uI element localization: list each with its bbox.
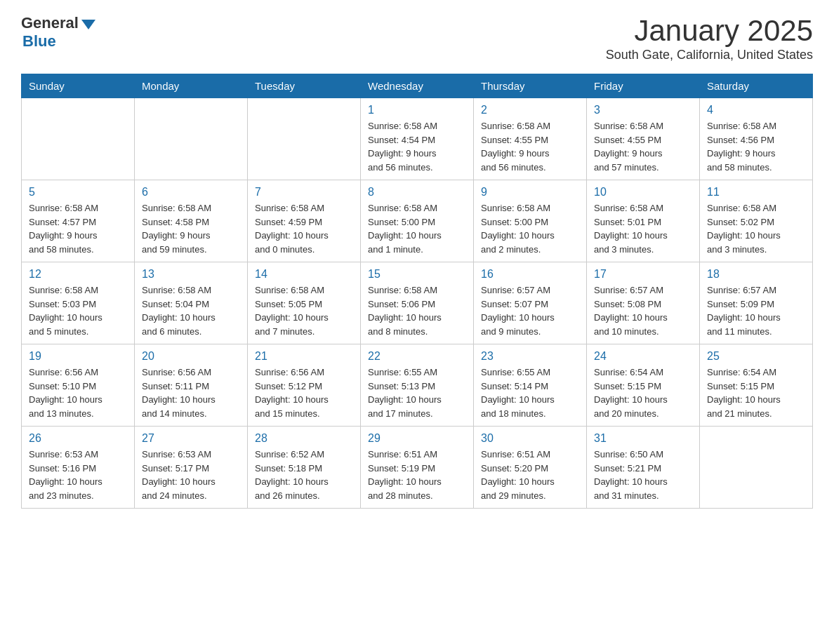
day-of-week-header-tuesday: Tuesday xyxy=(248,74,361,98)
day-number: 7 xyxy=(255,186,353,199)
day-number: 22 xyxy=(368,350,466,363)
day-number: 9 xyxy=(481,186,579,199)
day-info: Sunrise: 6:51 AM Sunset: 5:19 PM Dayligh… xyxy=(368,448,466,502)
calendar-cell: 2Sunrise: 6:58 AM Sunset: 4:55 PM Daylig… xyxy=(474,98,587,180)
day-of-week-header-friday: Friday xyxy=(587,74,700,98)
page-header: General Blue January 2025 South Gate, Ca… xyxy=(21,14,813,62)
day-info: Sunrise: 6:58 AM Sunset: 4:55 PM Dayligh… xyxy=(594,119,692,174)
day-number: 21 xyxy=(255,350,353,363)
day-info: Sunrise: 6:58 AM Sunset: 4:55 PM Dayligh… xyxy=(481,119,579,174)
day-number: 18 xyxy=(707,268,805,281)
calendar-cell: 25Sunrise: 6:54 AM Sunset: 5:15 PM Dayli… xyxy=(700,344,813,427)
calendar-week-row: 26Sunrise: 6:53 AM Sunset: 5:16 PM Dayli… xyxy=(22,427,813,509)
day-info: Sunrise: 6:57 AM Sunset: 5:08 PM Dayligh… xyxy=(594,283,692,338)
logo-general-text: General xyxy=(21,14,79,32)
calendar-cell xyxy=(135,98,248,180)
calendar-cell: 11Sunrise: 6:58 AM Sunset: 5:02 PM Dayli… xyxy=(700,180,813,262)
calendar-cell: 3Sunrise: 6:58 AM Sunset: 4:55 PM Daylig… xyxy=(587,98,700,180)
day-number: 13 xyxy=(142,268,240,281)
month-title: January 2025 xyxy=(606,14,813,48)
day-info: Sunrise: 6:58 AM Sunset: 5:03 PM Dayligh… xyxy=(29,283,127,338)
day-info: Sunrise: 6:53 AM Sunset: 5:16 PM Dayligh… xyxy=(29,448,127,502)
calendar-cell xyxy=(22,98,135,180)
day-number: 20 xyxy=(142,350,240,363)
calendar-cell xyxy=(248,98,361,180)
logo-arrow-icon xyxy=(81,20,95,29)
calendar-cell: 9Sunrise: 6:58 AM Sunset: 5:00 PM Daylig… xyxy=(474,180,587,262)
calendar-cell: 18Sunrise: 6:57 AM Sunset: 5:09 PM Dayli… xyxy=(700,262,813,344)
logo: General Blue xyxy=(21,14,95,51)
calendar-cell: 14Sunrise: 6:58 AM Sunset: 5:05 PM Dayli… xyxy=(248,262,361,344)
day-info: Sunrise: 6:50 AM Sunset: 5:21 PM Dayligh… xyxy=(594,448,692,502)
day-info: Sunrise: 6:56 AM Sunset: 5:11 PM Dayligh… xyxy=(142,365,240,420)
day-number: 15 xyxy=(368,268,466,281)
day-info: Sunrise: 6:57 AM Sunset: 5:09 PM Dayligh… xyxy=(707,283,805,338)
day-info: Sunrise: 6:58 AM Sunset: 5:04 PM Dayligh… xyxy=(142,283,240,338)
day-of-week-header-sunday: Sunday xyxy=(22,74,135,98)
day-number: 6 xyxy=(142,186,240,199)
day-of-week-header-saturday: Saturday xyxy=(700,74,813,98)
calendar-header-row: SundayMondayTuesdayWednesdayThursdayFrid… xyxy=(22,74,813,98)
day-number: 16 xyxy=(481,268,579,281)
day-info: Sunrise: 6:54 AM Sunset: 5:15 PM Dayligh… xyxy=(707,365,805,420)
day-number: 11 xyxy=(707,186,805,199)
title-section: January 2025 South Gate, California, Uni… xyxy=(606,14,813,62)
calendar-cell: 24Sunrise: 6:54 AM Sunset: 5:15 PM Dayli… xyxy=(587,344,700,427)
day-info: Sunrise: 6:56 AM Sunset: 5:10 PM Dayligh… xyxy=(29,365,127,420)
day-number: 31 xyxy=(594,432,692,445)
day-number: 19 xyxy=(29,350,127,363)
day-info: Sunrise: 6:58 AM Sunset: 4:57 PM Dayligh… xyxy=(29,201,127,256)
calendar-cell: 29Sunrise: 6:51 AM Sunset: 5:19 PM Dayli… xyxy=(361,427,474,509)
calendar-cell: 15Sunrise: 6:58 AM Sunset: 5:06 PM Dayli… xyxy=(361,262,474,344)
day-number: 27 xyxy=(142,432,240,445)
day-number: 17 xyxy=(594,268,692,281)
calendar-cell: 27Sunrise: 6:53 AM Sunset: 5:17 PM Dayli… xyxy=(135,427,248,509)
day-number: 8 xyxy=(368,186,466,199)
day-number: 3 xyxy=(594,104,692,116)
calendar-cell: 28Sunrise: 6:52 AM Sunset: 5:18 PM Dayli… xyxy=(248,427,361,509)
day-number: 28 xyxy=(255,432,353,445)
day-info: Sunrise: 6:58 AM Sunset: 4:59 PM Dayligh… xyxy=(255,201,353,256)
day-number: 30 xyxy=(481,432,579,445)
logo-blue-text: Blue xyxy=(22,32,56,51)
day-info: Sunrise: 6:58 AM Sunset: 5:02 PM Dayligh… xyxy=(707,201,805,256)
day-number: 26 xyxy=(29,432,127,445)
day-info: Sunrise: 6:58 AM Sunset: 5:06 PM Dayligh… xyxy=(368,283,466,338)
calendar-week-row: 5Sunrise: 6:58 AM Sunset: 4:57 PM Daylig… xyxy=(22,180,813,262)
calendar-cell: 12Sunrise: 6:58 AM Sunset: 5:03 PM Dayli… xyxy=(22,262,135,344)
day-number: 2 xyxy=(481,104,579,116)
calendar-week-row: 19Sunrise: 6:56 AM Sunset: 5:10 PM Dayli… xyxy=(22,344,813,427)
day-number: 12 xyxy=(29,268,127,281)
day-info: Sunrise: 6:58 AM Sunset: 4:58 PM Dayligh… xyxy=(142,201,240,256)
day-of-week-header-wednesday: Wednesday xyxy=(361,74,474,98)
location-text: South Gate, California, United States xyxy=(606,48,813,62)
day-number: 29 xyxy=(368,432,466,445)
day-info: Sunrise: 6:55 AM Sunset: 5:13 PM Dayligh… xyxy=(368,365,466,420)
day-info: Sunrise: 6:54 AM Sunset: 5:15 PM Dayligh… xyxy=(594,365,692,420)
calendar-cell: 23Sunrise: 6:55 AM Sunset: 5:14 PM Dayli… xyxy=(474,344,587,427)
calendar-cell: 6Sunrise: 6:58 AM Sunset: 4:58 PM Daylig… xyxy=(135,180,248,262)
calendar-cell: 7Sunrise: 6:58 AM Sunset: 4:59 PM Daylig… xyxy=(248,180,361,262)
day-info: Sunrise: 6:58 AM Sunset: 4:56 PM Dayligh… xyxy=(707,119,805,174)
calendar-week-row: 12Sunrise: 6:58 AM Sunset: 5:03 PM Dayli… xyxy=(22,262,813,344)
day-number: 25 xyxy=(707,350,805,363)
calendar-cell xyxy=(700,427,813,509)
calendar-cell: 1Sunrise: 6:58 AM Sunset: 4:54 PM Daylig… xyxy=(361,98,474,180)
calendar-cell: 4Sunrise: 6:58 AM Sunset: 4:56 PM Daylig… xyxy=(700,98,813,180)
calendar-cell: 21Sunrise: 6:56 AM Sunset: 5:12 PM Dayli… xyxy=(248,344,361,427)
day-number: 24 xyxy=(594,350,692,363)
calendar-cell: 26Sunrise: 6:53 AM Sunset: 5:16 PM Dayli… xyxy=(22,427,135,509)
day-number: 10 xyxy=(594,186,692,199)
day-info: Sunrise: 6:53 AM Sunset: 5:17 PM Dayligh… xyxy=(142,448,240,502)
day-number: 23 xyxy=(481,350,579,363)
day-info: Sunrise: 6:57 AM Sunset: 5:07 PM Dayligh… xyxy=(481,283,579,338)
calendar-cell: 20Sunrise: 6:56 AM Sunset: 5:11 PM Dayli… xyxy=(135,344,248,427)
calendar-cell: 17Sunrise: 6:57 AM Sunset: 5:08 PM Dayli… xyxy=(587,262,700,344)
day-info: Sunrise: 6:58 AM Sunset: 4:54 PM Dayligh… xyxy=(368,119,466,174)
calendar-cell: 30Sunrise: 6:51 AM Sunset: 5:20 PM Dayli… xyxy=(474,427,587,509)
day-of-week-header-monday: Monday xyxy=(135,74,248,98)
day-info: Sunrise: 6:58 AM Sunset: 5:01 PM Dayligh… xyxy=(594,201,692,256)
calendar-cell: 10Sunrise: 6:58 AM Sunset: 5:01 PM Dayli… xyxy=(587,180,700,262)
calendar-cell: 19Sunrise: 6:56 AM Sunset: 5:10 PM Dayli… xyxy=(22,344,135,427)
calendar-cell: 31Sunrise: 6:50 AM Sunset: 5:21 PM Dayli… xyxy=(587,427,700,509)
